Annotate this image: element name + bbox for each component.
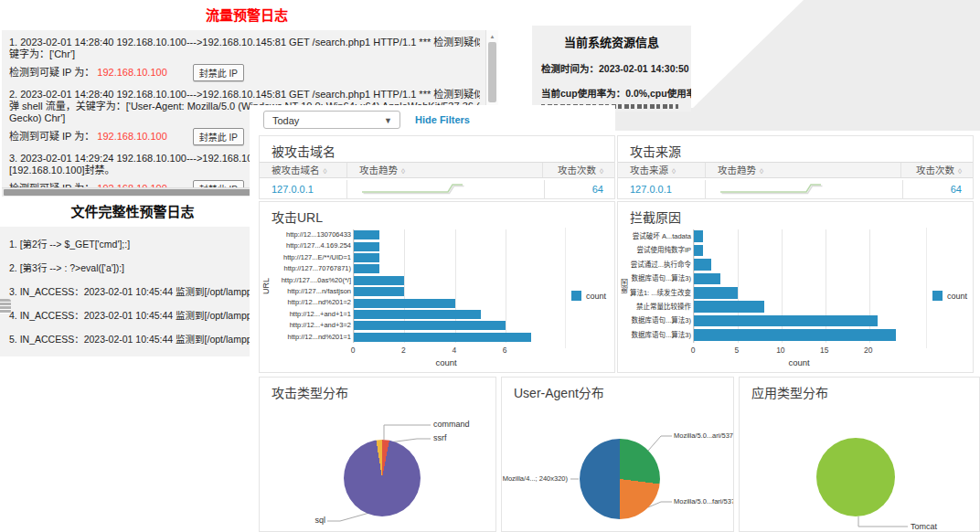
x-tick-label: 6	[503, 346, 507, 355]
cpu-usage-line: 当前cup使用率为：0.0%,cpu使用率正常	[541, 86, 691, 100]
legend-divider	[926, 228, 927, 348]
bar-category-label: 尝试破坏 A...tadata	[629, 229, 691, 243]
bar-row	[694, 314, 907, 327]
x-axis-label: count	[788, 357, 809, 367]
trend-cell	[705, 180, 903, 198]
ban-ip-button[interactable]: 封禁此 IP	[193, 64, 244, 81]
sort-icon: ◊	[672, 167, 676, 176]
bar-category-label: 数据库语句...算法3)	[629, 314, 691, 327]
time-period-select[interactable]: Today ▼	[263, 111, 400, 129]
suspect-ip-line: 检测到可疑 IP 为：192.168.10.100封禁此 IP	[9, 64, 480, 81]
domain-link[interactable]: 127.0.0.1	[260, 184, 346, 195]
column-header[interactable]: 攻击来源◊	[618, 163, 705, 177]
log-entry: 1. 2023-02-01 14:28:40 192.168.10.100---…	[9, 37, 480, 81]
pie-slice-label: Mozilla/4...; 240x320)	[502, 474, 568, 483]
chart-title: 应用类型分布	[751, 383, 828, 401]
x-tick-label: 10	[776, 346, 784, 355]
attacked-domain-panel: 被攻击域名 被攻击域名◊ 攻击趋势◊ 攻击次数◊ 127.0.0.1 64	[259, 135, 615, 199]
source-link[interactable]: 127.0.0.1	[618, 184, 705, 195]
bar-category-label: 算法1: ...续发生改变	[629, 286, 691, 300]
bar-category-label: 尝试通过...执行命令	[629, 258, 691, 271]
panel-title: 攻击来源	[630, 142, 681, 160]
sort-icon: ◊	[324, 167, 327, 176]
bar-category-label: 禁止常量比较操作	[629, 300, 691, 314]
bar-row	[354, 320, 541, 331]
app-type-pie-panel: 应用类型分布 Tomcat	[739, 377, 980, 532]
hide-filters-link[interactable]: Hide Filters	[415, 114, 470, 125]
column-header[interactable]: 攻击趋势◊	[346, 163, 543, 177]
bar-row	[354, 229, 541, 240]
bar-category-label: 数据库语句...算法3)	[629, 328, 691, 342]
x-axis-ticks: 05101520	[693, 346, 906, 356]
traffic-log-title: 流量预警日志	[0, 5, 494, 24]
attack-type-pie-panel: 攻击类型分布 command ssrf sql	[259, 377, 496, 532]
x-tick-label: 5	[735, 346, 740, 355]
bar	[694, 287, 738, 299]
user-agent-pie	[580, 439, 660, 519]
trend-sparkline	[359, 180, 487, 195]
bar-row	[694, 286, 907, 300]
chart-legend: count	[571, 291, 606, 301]
bar	[694, 315, 878, 327]
legend-swatch	[932, 291, 943, 301]
x-tick-label: 2	[401, 346, 406, 355]
system-resource-panel: 当前系统资源信息 检测时间为：2023-02-01 14:30:50 当前cup…	[532, 26, 691, 112]
column-header[interactable]: 攻击趋势◊	[705, 163, 901, 177]
bar	[694, 301, 764, 313]
chart-title: User-Agent分布	[514, 383, 604, 401]
bar-row	[694, 300, 907, 314]
bar-plot-area	[693, 229, 907, 343]
system-resource-title: 当前系统资源信息	[532, 33, 691, 50]
pie-slice-label: Tomcat	[911, 522, 937, 531]
column-header[interactable]: 攻击次数◊	[901, 163, 973, 177]
y-axis-label: URL	[260, 229, 272, 343]
bar	[354, 276, 404, 285]
chart-title: 攻击URL	[272, 207, 323, 226]
horizontal-scrollbar-thumb[interactable]	[4, 189, 260, 196]
file-log-line: 1. [第2行 --> $_GET['cmd'];:]	[9, 237, 252, 250]
pie-slice-label: command	[433, 420, 470, 429]
log-line: 2. 2023-02-01 14:28:40 192.168.10.100---…	[9, 89, 480, 101]
bar-row	[354, 309, 541, 320]
log-line: 键字为：['Chr']	[9, 48, 480, 60]
ban-ip-button[interactable]: 封禁此 IP	[193, 180, 244, 187]
x-axis-ticks: 0246	[353, 346, 540, 356]
vertical-scrollbar-thumb[interactable]	[488, 42, 496, 102]
bar	[354, 242, 379, 251]
column-header[interactable]: 被攻击域名◊	[260, 163, 346, 177]
pie-slice-label: ssrf	[433, 433, 447, 442]
page-side-handle[interactable]	[0, 299, 11, 314]
ban-ip-button[interactable]: 封禁此 IP	[193, 128, 244, 145]
file-log-line: 4. IN_ACCESS：2023-02-01 10:45:44 监测到[/op…	[9, 308, 252, 322]
chevron-down-icon: ▼	[384, 112, 392, 130]
x-tick-label: 4	[452, 346, 456, 355]
table-header-row: 被攻击域名◊ 攻击趋势◊ 攻击次数◊	[260, 162, 614, 178]
column-header[interactable]: 攻击次数◊	[543, 163, 614, 177]
legend-label: count	[586, 292, 606, 301]
overlay-strip	[250, 105, 259, 532]
bar-category-labels: 尝试破坏 A...tadata尝试使用纯数字IP尝试通过...执行命令数据库语句…	[629, 229, 691, 342]
bar-category-label: 数据库语句...算法3)	[629, 271, 691, 285]
x-tick-label: 20	[864, 346, 872, 355]
file-log-line: 2. [第3行 --> : ?>eval(['a']):]	[9, 261, 252, 274]
bar	[354, 264, 379, 273]
attack-source-panel: 攻击来源 攻击来源◊ 攻击趋势◊ 攻击次数◊ 127.0.0.1 64	[617, 135, 974, 199]
pie-slice-label: Mozilla/5.0...ari/537.3	[674, 431, 734, 440]
detect-time-line: 检测时间为：2023-02-01 14:30:50	[541, 61, 691, 75]
sort-icon: ◊	[401, 167, 405, 176]
bar	[354, 253, 379, 262]
legend-divider	[565, 228, 566, 348]
table-row: 127.0.0.1 64	[260, 178, 614, 199]
bar-category-labels: http://12...130706433http://127...4.169.…	[272, 229, 351, 343]
bar	[694, 230, 703, 242]
bar-row	[354, 297, 541, 308]
x-tick-label: 0	[691, 346, 696, 355]
bar	[694, 273, 720, 285]
dashboard-page: 流量预警日志 1. 2023-02-01 14:28:40 192.168.10…	[0, 0, 980, 532]
bar	[694, 259, 711, 271]
block-reason-chart-panel: 拦截原因 原因 尝试破坏 A...tadata尝试使用纯数字IP尝试通过...执…	[617, 201, 974, 373]
user-agent-pie-panel: User-Agent分布 Mozilla/4...; 240x320) Mozi…	[501, 377, 734, 532]
bar-row	[354, 275, 541, 286]
bar-category-label: http://127...E/**/UID=1	[272, 252, 351, 263]
sort-icon: ◊	[760, 167, 763, 176]
